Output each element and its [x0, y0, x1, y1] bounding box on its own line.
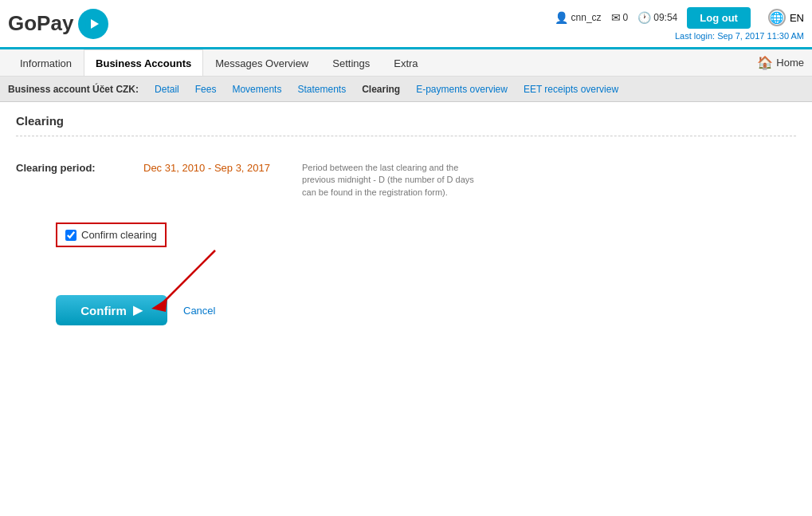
confirm-button[interactable]: Confirm ▶ — [56, 295, 167, 325]
clearing-form: Clearing period: Dec 31, 2010 - Sep 3, 2… — [16, 152, 796, 333]
time-value: 09:54 — [653, 12, 677, 23]
tab-settings[interactable]: Settings — [320, 49, 382, 76]
username: cnn_cz — [571, 12, 602, 23]
tab-business-accounts[interactable]: Business Accounts — [84, 49, 203, 76]
clearing-period-value: Dec 31, 2010 - Sep 3, 2017 — [143, 162, 270, 174]
confirm-button-arrow: ▶ — [133, 303, 143, 317]
nav-tabs: Information Business Accounts Messages O… — [0, 49, 812, 77]
confirm-clearing-label: Confirm clearing — [81, 229, 157, 241]
home-label: Home — [776, 57, 804, 69]
logo-text: GoPay — [8, 11, 73, 36]
home-icon: 🏠 — [757, 55, 773, 70]
home-link[interactable]: 🏠 Home — [757, 55, 804, 70]
nav-tabs-left: Information Business Accounts Messages O… — [8, 49, 430, 76]
header-time: 🕐 09:54 — [637, 11, 677, 24]
main-content: Clearing Clearing period: Dec 31, 2010 -… — [0, 102, 812, 345]
logo-icon — [78, 9, 108, 39]
mail-icon: ✉ — [611, 11, 621, 24]
last-login: Last login: Sep 7, 2017 11:30 AM — [675, 31, 804, 41]
sub-nav-label: Business account Účet CZK: — [8, 84, 139, 95]
sub-nav-fees[interactable]: Fees — [187, 77, 225, 101]
header-right: 👤 cnn_cz ✉ 0 🕐 09:54 Log out 🌐 EN Last l… — [555, 7, 804, 41]
confirm-btn-row: Confirm ▶ Cancel — [56, 295, 796, 325]
clearing-period-row: Clearing period: Dec 31, 2010 - Sep 3, 2… — [16, 160, 796, 199]
tab-extra[interactable]: Extra — [382, 49, 430, 76]
clearing-period-note: Period between the last clearing and the… — [302, 162, 477, 199]
globe-icon: 🌐 — [768, 9, 786, 26]
cancel-link[interactable]: Cancel — [183, 305, 215, 317]
mail-count: 0 — [623, 12, 629, 23]
logo: GoPay — [8, 9, 108, 39]
clock-icon: 🕐 — [637, 11, 651, 24]
header-top-row: 👤 cnn_cz ✉ 0 🕐 09:54 Log out 🌐 EN — [555, 7, 804, 29]
tab-information[interactable]: Information — [8, 49, 84, 76]
sub-nav: Business account Účet CZK: Detail Fees M… — [0, 77, 812, 102]
confirm-clearing-checkbox[interactable] — [65, 230, 76, 241]
user-icon: 👤 — [555, 11, 568, 24]
last-login-date: Sep 7, 2017 11:30 AM — [717, 31, 804, 41]
header: GoPay 👤 cnn_cz ✉ 0 🕐 09:54 Log out — [0, 0, 812, 49]
tab-messages-overview[interactable]: Messages Overview — [203, 49, 320, 76]
header-mail: ✉ 0 — [611, 11, 629, 24]
sub-nav-detail[interactable]: Detail — [147, 77, 187, 101]
language-selector[interactable]: 🌐 EN — [768, 9, 804, 26]
sub-nav-epayments[interactable]: E-payments overview — [408, 77, 516, 101]
logout-button[interactable]: Log out — [687, 7, 751, 29]
sub-nav-eet-receipts[interactable]: EET receipts overview — [516, 77, 626, 101]
sub-nav-clearing[interactable]: Clearing — [354, 77, 408, 101]
section-title: Clearing — [16, 114, 796, 136]
sub-nav-statements[interactable]: Statements — [289, 77, 354, 101]
clearing-period-label: Clearing period: — [16, 162, 112, 174]
language-label: EN — [790, 12, 804, 24]
header-user: 👤 cnn_cz — [555, 11, 602, 24]
confirm-clearing-box[interactable]: Confirm clearing — [56, 223, 167, 247]
sub-nav-movements[interactable]: Movements — [224, 77, 289, 101]
confirm-button-label: Confirm — [80, 304, 127, 317]
